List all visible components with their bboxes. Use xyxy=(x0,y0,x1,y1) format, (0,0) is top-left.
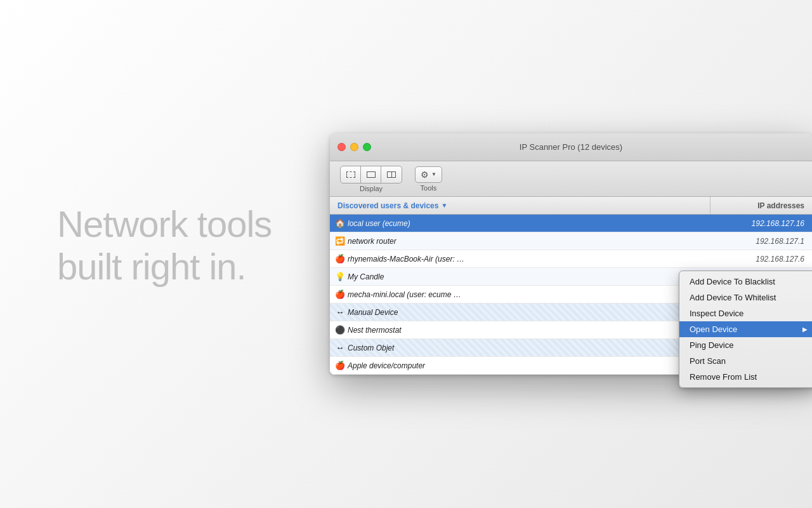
device-icon-network-router: 🔁 xyxy=(330,236,345,246)
close-button[interactable] xyxy=(337,143,346,151)
col-ip-label: IP addresses xyxy=(757,201,804,210)
col-ip-header: IP addresses xyxy=(710,197,812,214)
menu-item-port-scan[interactable]: Port Scan xyxy=(679,353,812,369)
display-btn-2[interactable] xyxy=(361,166,381,183)
display-group: Display xyxy=(340,166,402,192)
menu-item-inspect[interactable]: Inspect Device xyxy=(679,305,812,321)
device-icon-local-user: 🏠 xyxy=(330,218,345,228)
device-icon-manual-device: ↔ xyxy=(330,307,345,317)
menu-item-open-device[interactable]: Open Device ▶ xyxy=(679,321,812,337)
display-btn-1[interactable] xyxy=(341,166,361,183)
menu-item-ping[interactable]: Ping Device xyxy=(679,337,812,353)
tools-button[interactable]: ⚙ ▼ xyxy=(415,166,442,183)
maximize-button[interactable] xyxy=(363,143,371,151)
column-header: Discovered users & devices ▼ IP addresse… xyxy=(330,197,812,215)
device-ip-network-router: 192.168.127.1 xyxy=(710,237,812,246)
col-devices-label: Discovered users & devices xyxy=(337,201,438,210)
headline-line2: built right in. xyxy=(57,246,272,288)
device-name-my-candle: My Candle xyxy=(345,272,710,281)
display-btn-3[interactable] xyxy=(381,166,402,183)
minimize-button[interactable] xyxy=(350,143,358,151)
device-ip-local-user: 192.168.127.16 xyxy=(710,219,812,228)
device-name-manual-device: Manual Device xyxy=(345,308,710,317)
menu-item-add-blacklist[interactable]: Add Device To Blacklist xyxy=(679,274,812,290)
traffic-lights xyxy=(337,143,371,151)
split-display-icon xyxy=(387,171,396,178)
gear-icon: ⚙ xyxy=(421,170,429,180)
window-title: IP Scanner Pro (12 devices) xyxy=(520,142,622,152)
tools-group: ⚙ ▼ Tools xyxy=(415,166,442,192)
device-ip-rhynemaids: 192.168.127.6 xyxy=(710,255,812,264)
display-label: Display xyxy=(360,185,383,192)
toolbar: Display ⚙ ▼ Tools xyxy=(330,161,812,197)
device-name-rhynemaids: rhynemaids-MacBook-Air (user: … xyxy=(345,255,710,264)
filter-icon: ▼ xyxy=(441,202,447,209)
device-name-apple-device: Apple device/computer xyxy=(345,361,710,370)
headline: Network tools built right in. xyxy=(57,203,272,288)
device-icon-mecha-mini: 🍎 xyxy=(330,290,345,299)
titlebar: IP Scanner Pro (12 devices) xyxy=(330,133,812,161)
device-icon-custom-objet: ↔ xyxy=(330,343,345,352)
headline-line1: Network tools xyxy=(57,203,272,246)
device-name-custom-objet: Custom Objet xyxy=(345,344,710,352)
device-row-rhynemaids[interactable]: 🍎rhynemaids-MacBook-Air (user: …192.168.… xyxy=(330,250,812,268)
submenu-arrow-icon: ▶ xyxy=(802,326,808,333)
display-btn-group xyxy=(340,166,402,184)
context-menu: Add Device To Blacklist Add Device To Wh… xyxy=(679,271,812,388)
device-name-network-router: network router xyxy=(345,237,710,246)
device-row-local-user[interactable]: 🏠local user (ecume)192.168.127.16 xyxy=(330,215,812,232)
device-icon-apple-device: 🍎 xyxy=(330,361,345,370)
device-row-network-router[interactable]: 🔁network router192.168.127.1 xyxy=(330,232,812,250)
device-icon-my-candle: 💡 xyxy=(330,272,345,281)
dashed-display-icon xyxy=(346,171,355,178)
tools-label: Tools xyxy=(421,184,437,192)
solid-display-icon xyxy=(367,171,376,178)
menu-item-add-whitelist[interactable]: Add Device To Whitelist xyxy=(679,290,812,305)
device-name-nest-thermostat: Nest thermostat xyxy=(345,326,710,335)
col-devices-header: Discovered users & devices ▼ xyxy=(330,197,710,214)
menu-item-remove[interactable]: Remove From List xyxy=(679,369,812,385)
device-name-mecha-mini: mecha-mini.local (user: ecume … xyxy=(345,290,710,299)
device-icon-rhynemaids: 🍎 xyxy=(330,254,345,264)
device-icon-nest-thermostat: ⚫ xyxy=(330,325,345,335)
device-name-local-user: local user (ecume) xyxy=(345,219,710,228)
chevron-down-icon: ▼ xyxy=(431,171,436,177)
